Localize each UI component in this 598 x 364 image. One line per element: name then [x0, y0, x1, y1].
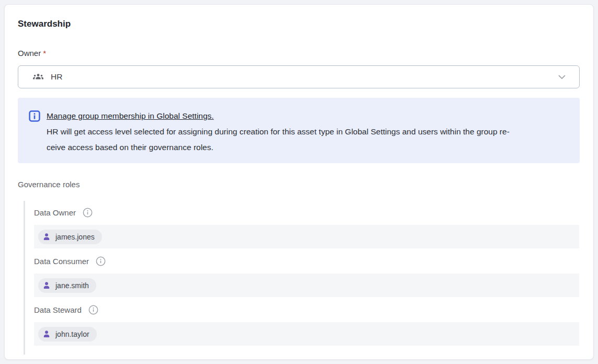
role-label-data-steward: Data Steward	[34, 305, 593, 315]
required-asterisk: *	[43, 49, 46, 58]
info-circle-icon[interactable]	[83, 208, 93, 218]
chevron-down-icon	[556, 71, 568, 83]
user-name: james.jones	[55, 233, 95, 241]
person-icon	[41, 329, 52, 339]
governance-roles-label: Governance roles	[18, 180, 593, 189]
stewardship-card: Stewardship Owner* HR	[4, 4, 594, 360]
role-users-row-data-consumer[interactable]: jane.smith	[34, 274, 579, 297]
info-box-body-line: HR will get access level selected for as…	[47, 124, 559, 140]
info-box-body-line: ceive access based on their governance r…	[47, 140, 559, 155]
role-name: Data Owner	[34, 208, 76, 218]
owner-selected-value: HR	[51, 72, 556, 82]
role-label-data-consumer: Data Consumer	[34, 256, 593, 266]
user-name: jane.smith	[55, 281, 89, 290]
page-title: Stewardship	[18, 18, 593, 30]
info-box-header: Manage group membership in Global Settin…	[29, 108, 559, 124]
owner-label-text: Owner	[18, 49, 41, 58]
role-name: Data Consumer	[34, 257, 89, 266]
user-chip[interactable]: james.jones	[38, 230, 102, 244]
role-name: Data Steward	[34, 305, 82, 315]
role-users-row-data-owner[interactable]: james.jones	[34, 225, 579, 248]
role-label-data-owner: Data Owner	[34, 208, 593, 218]
owner-field-label: Owner*	[18, 49, 593, 58]
governance-roles-section: Data Owner james.jones	[24, 201, 593, 355]
info-box: Manage group membership in Global Settin…	[18, 98, 580, 163]
user-chip[interactable]: john.taylor	[38, 327, 97, 342]
info-circle-icon[interactable]	[88, 305, 98, 315]
user-name: john.taylor	[55, 330, 89, 338]
role-users-row-data-steward[interactable]: john.taylor	[34, 322, 579, 346]
manage-group-membership-link[interactable]: Manage group membership in Global Settin…	[47, 108, 214, 124]
person-icon	[41, 280, 52, 291]
info-circle-icon[interactable]	[96, 256, 106, 266]
group-icon	[32, 71, 44, 83]
user-chip[interactable]: jane.smith	[38, 278, 96, 293]
owner-select[interactable]: HR	[18, 65, 580, 88]
info-square-icon	[29, 110, 40, 122]
person-icon	[41, 232, 52, 242]
